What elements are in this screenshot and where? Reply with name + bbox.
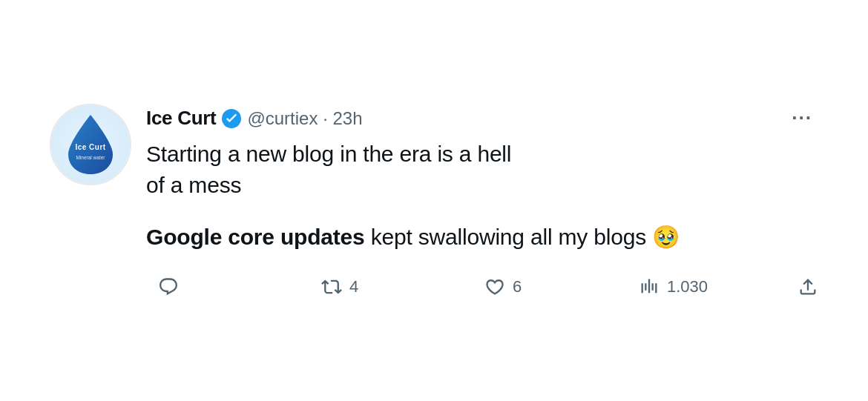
share-button[interactable] [798, 276, 818, 297]
tweet-body: Starting a new blog in the era is a hell… [146, 139, 818, 253]
handle: @curtiex [247, 108, 318, 128]
tweet-text-line2: of a mess [146, 170, 818, 201]
views-count: 1.030 [667, 277, 708, 296]
heart-icon [484, 276, 505, 297]
avatar[interactable]: Ice Curt Mineral water [50, 104, 131, 185]
svg-text:Ice Curt: Ice Curt [75, 143, 105, 151]
user-info: Ice Curt @curtiex · 23h [146, 107, 363, 130]
tweet-text-continuation: kept swallowing all my blogs 🥹 [365, 225, 680, 249]
svg-text:Mineral water: Mineral water [76, 155, 105, 160]
tweet-content: Ice Curt @curtiex · 23h ··· [146, 104, 818, 303]
like-count: 6 [513, 277, 522, 296]
retweet-icon [321, 276, 342, 297]
tweet-actions: 4 6 [146, 271, 818, 303]
handle-time: @curtiex · 23h [247, 108, 362, 129]
separator: · [318, 108, 332, 128]
share-icon [798, 276, 818, 297]
tweet-header-row: Ice Curt @curtiex · 23h ··· [146, 104, 818, 133]
display-name: Ice Curt [146, 107, 216, 130]
bold-phrase: Google core updates [146, 225, 365, 249]
views-button[interactable]: 1.030 [639, 276, 798, 297]
reply-icon [158, 276, 179, 297]
retweet-button[interactable]: 4 [312, 271, 476, 303]
tweet-text-line1: Starting a new blog in the era is a hell [146, 139, 818, 170]
verified-badge-icon [222, 109, 241, 128]
tweet-text-paragraph2: Google core updates kept swallowing all … [146, 222, 818, 253]
views-icon [639, 276, 660, 297]
more-options-button[interactable]: ··· [786, 104, 818, 133]
time: 23h [332, 108, 362, 128]
like-button[interactable]: 6 [476, 271, 639, 303]
tweet-card: Ice Curt Mineral water Ice Curt [26, 83, 842, 318]
retweet-count: 4 [349, 277, 358, 296]
reply-button[interactable] [149, 271, 312, 303]
